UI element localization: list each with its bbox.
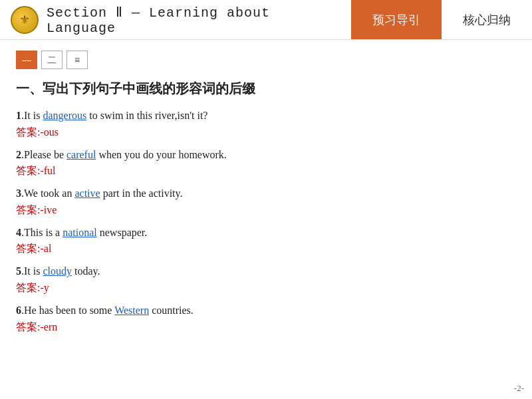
question-item-1: 1.It is dangerous to swim in this river,…	[16, 107, 516, 140]
question-item-3: 3.We took an active part in the activity…	[16, 185, 516, 217]
underlined-word-5: cloudy	[43, 265, 72, 277]
question-text-6: 6.He has been to some Western countries.	[16, 302, 516, 319]
answer-1: 答案:-ous	[16, 126, 516, 140]
answer-2: 答案:-ful	[16, 164, 516, 178]
logo-area: ⚜ Section Ⅱ — Learning about Language	[0, 4, 351, 36]
question-number-2: 2	[16, 149, 21, 160]
question-item-5: 5.It is cloudy today.答案:-y	[16, 263, 516, 295]
underlined-word-4: national	[63, 227, 97, 238]
tab-core[interactable]: 核心归纳	[442, 0, 532, 39]
underlined-word-6: Western	[114, 305, 149, 316]
question-number-1: 1	[16, 110, 21, 121]
question-text-1: 1.It is dangerous to swim in this river,…	[16, 107, 516, 124]
underlined-word-1: dangerous	[43, 110, 86, 121]
tab-button-group: — 二 ≡	[16, 51, 516, 69]
question-number-6: 6	[16, 305, 21, 316]
answer-6: 答案:-ern	[16, 321, 516, 334]
underlined-word-2: careful	[66, 149, 96, 160]
nav-tabs: 预习导引 核心归纳	[351, 0, 532, 39]
question-text-2: 2.Please be careful when you do your hom…	[16, 146, 516, 164]
answer-5: 答案:-y	[16, 281, 516, 295]
logo-icon: ⚜	[11, 6, 39, 34]
header-title: Section Ⅱ — Learning about Language	[47, 4, 340, 36]
tab-button-3[interactable]: ≡	[66, 51, 88, 69]
page-number: -2-	[514, 383, 524, 394]
question-number-3: 3	[16, 188, 21, 199]
question-number-4: 4	[16, 227, 21, 238]
question-number-5: 5	[16, 265, 21, 277]
questions-list: 1.It is dangerous to swim in this river,…	[16, 107, 516, 334]
question-item-6: 6.He has been to some Western countries.…	[16, 302, 516, 334]
question-item-4: 4.This is a national newspaper.答案:-al	[16, 224, 516, 257]
answer-3: 答案:-ive	[16, 203, 516, 217]
tab-button-1[interactable]: —	[16, 51, 37, 69]
question-text-4: 4.This is a national newspaper.	[16, 224, 516, 241]
question-text-5: 5.It is cloudy today.	[16, 263, 516, 280]
tab-button-2[interactable]: 二	[41, 51, 63, 69]
section-title: 一、写出下列句子中画线的形容词的后缀	[16, 80, 516, 98]
question-item-2: 2.Please be careful when you do your hom…	[16, 146, 516, 179]
question-text-3: 3.We took an active part in the activity…	[16, 185, 516, 202]
tab-preview[interactable]: 预习导引	[351, 0, 442, 39]
answer-4: 答案:-al	[16, 242, 516, 256]
main-content: — 二 ≡ 一、写出下列句子中画线的形容词的后缀 1.It is dangero…	[0, 40, 532, 352]
underlined-word-3: active	[74, 188, 100, 199]
app-header: ⚜ Section Ⅱ — Learning about Language 预习…	[0, 0, 532, 40]
